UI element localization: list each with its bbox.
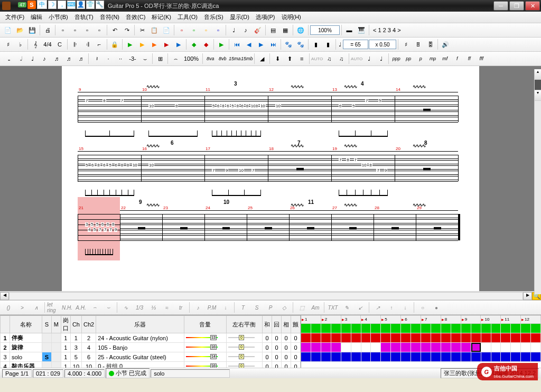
ime-moon-icon[interactable]: ☽ [48, 1, 57, 9]
menu-item[interactable]: 标记(K) [148, 12, 174, 22]
cut-icon[interactable]: ✂ [136, 24, 148, 36]
right-sidebar[interactable]: ▴▾ [534, 69, 541, 294]
fx-button[interactable]: () [2, 302, 15, 313]
track-table[interactable]: 名称SM岗口ChCh2乐器音量左右平衡和回相颤1伴奏11224 - Acoust… [0, 315, 301, 368]
h-scrollbar[interactable]: ◀ ▶ 🔍 [0, 291, 541, 300]
auto2-icon[interactable]: AUTO [351, 53, 362, 64]
fx-button[interactable]: TXT [327, 302, 339, 313]
flat-icon[interactable]: ♭ [14, 39, 26, 50]
menu-item[interactable]: 文件(F) [2, 12, 27, 22]
menu-item[interactable]: 小节(B) [45, 12, 71, 22]
menu-item[interactable]: 说明(H) [278, 12, 304, 22]
speed-input[interactable] [369, 40, 396, 49]
action-b-icon[interactable]: ◆ [200, 39, 212, 50]
pp-icon[interactable]: pp [403, 53, 414, 64]
tool-a-icon[interactable]: ▫ [57, 24, 69, 36]
instr-icon[interactable]: ▫ [212, 24, 224, 36]
8va-icon[interactable]: 8va [204, 53, 216, 64]
fx-button[interactable]: T [237, 302, 249, 313]
15ma-icon[interactable]: 15ma [229, 53, 240, 64]
close-button[interactable]: ✕ [525, 1, 540, 11]
marker-b-icon[interactable]: ▶ [173, 39, 184, 50]
first-icon[interactable]: ⏮ [231, 39, 242, 50]
menu-item[interactable]: 显示(D) [227, 12, 253, 22]
menu-item[interactable]: 音符(N) [97, 12, 123, 22]
ime-toolbar[interactable]: 47 S 中 ☽ ， ⌨ 👤 👕 🔧 [18, 0, 104, 9]
ime-comma-icon[interactable]: ， [58, 1, 66, 9]
whole-note-icon[interactable]: 𝅝 [2, 53, 14, 64]
fx-button[interactable]: ∿ [119, 302, 132, 313]
stem-dn-icon[interactable]: ♩ [375, 53, 387, 64]
tie-icon[interactable]: ⌣ [139, 53, 151, 64]
menu-item[interactable]: 选项(P) [253, 12, 278, 22]
fx-button[interactable]: ↗ [371, 302, 384, 313]
paste-icon[interactable]: 📄 [161, 24, 172, 36]
action-a-icon[interactable]: ◆ [188, 39, 200, 50]
tool-c-icon[interactable]: ▫ [81, 24, 93, 36]
ppp-icon[interactable]: ppp [390, 53, 402, 64]
fx-button[interactable]: ∧ [30, 302, 42, 313]
fx-button[interactable]: ○ [416, 302, 429, 313]
ts44-icon[interactable]: 4/4 [42, 39, 53, 50]
new-icon[interactable]: 📄 [2, 24, 14, 36]
tool-b-icon[interactable]: ▫ [69, 24, 81, 36]
marker-y-icon[interactable]: ▶ [136, 39, 148, 50]
zoom-input[interactable] [310, 25, 340, 35]
mix-icon[interactable]: 🎚 [412, 39, 424, 50]
menu-item[interactable]: 音乐(S) [201, 12, 227, 22]
last-icon[interactable]: ⏭ [267, 39, 279, 50]
marker-r-icon[interactable]: ▶ [161, 39, 172, 50]
fx-button[interactable]: ≈ [161, 302, 173, 313]
chord-grid-icon[interactable]: ⊞ [154, 53, 166, 64]
eq-icon[interactable]: 🎛 [424, 39, 436, 50]
open-icon[interactable]: 📂 [14, 24, 26, 36]
tuner-icon[interactable]: 🎸 [252, 24, 264, 36]
stroke-up-icon[interactable]: ⬆ [284, 53, 295, 64]
rest-icon[interactable]: 𝄽 [90, 53, 102, 64]
fx-button[interactable]: N.H. [61, 302, 73, 313]
ime-lang[interactable]: 中 [37, 0, 47, 9]
fff-icon[interactable]: fff [475, 53, 487, 64]
tool-d-icon[interactable]: ▫ [94, 24, 105, 36]
redo-icon[interactable]: ↷ [121, 24, 133, 36]
vol-icon[interactable]: 🔊 [440, 39, 451, 50]
info-icon[interactable]: ▫ [176, 24, 188, 36]
fade-icon[interactable]: ◢ [256, 53, 268, 64]
view1-icon[interactable]: ▤ [267, 24, 279, 36]
print-icon[interactable]: 🖨 [42, 24, 53, 36]
p-icon[interactable]: p [415, 53, 426, 64]
fx-button[interactable]: Am [309, 302, 322, 313]
loop2-icon[interactable]: 🐾 [295, 39, 306, 50]
ime-user-icon[interactable]: 👤 [77, 1, 85, 9]
fx-button[interactable]: ↓ [399, 302, 412, 313]
fx-button[interactable]: > [16, 302, 29, 313]
sharp-icon[interactable]: ♯ [2, 39, 14, 50]
sogou-icon[interactable]: S [27, 1, 36, 9]
eighth-note-icon[interactable]: ♪ [39, 53, 50, 64]
fx-button[interactable]: ↙ [354, 302, 367, 313]
auto1-icon[interactable]: AUTO [311, 53, 323, 64]
metro-icon[interactable]: ▮ [310, 39, 322, 50]
ddot-icon[interactable]: ·· [115, 53, 126, 64]
slur-icon[interactable]: ⌢ [170, 53, 181, 64]
fx-button[interactable]: ⌣ [102, 302, 115, 313]
menu-item[interactable]: 编辑 [27, 12, 45, 22]
stem-up-icon[interactable]: ♩ [363, 53, 375, 64]
fx-button[interactable]: P.M [206, 302, 218, 313]
track-grid[interactable]: 123456789101112 [301, 315, 541, 368]
tuplet-icon[interactable]: -3- [127, 53, 138, 64]
rse-icon[interactable]: ♯ [400, 39, 412, 50]
ime-keyboard-icon[interactable]: ⌨ [67, 1, 76, 9]
half-note-icon[interactable]: 𝅗𝅥 [14, 53, 26, 64]
beam2-icon[interactable]: ♫ [335, 53, 347, 64]
fx-button[interactable]: ● [430, 302, 443, 313]
fx-button[interactable]: ◇ [278, 302, 291, 313]
rasg-icon[interactable]: ≡ [296, 53, 307, 64]
copy-icon[interactable]: 📋 [148, 24, 160, 36]
browse-icon[interactable]: 🌐 [295, 24, 306, 36]
play-icon[interactable]: ▶ [216, 39, 227, 50]
scroll-left-icon[interactable]: ◀ [0, 292, 9, 300]
fx-button[interactable]: tr [174, 302, 187, 313]
menu-item[interactable]: 工具(O) [174, 12, 201, 22]
fx-button[interactable]: S [250, 302, 263, 313]
